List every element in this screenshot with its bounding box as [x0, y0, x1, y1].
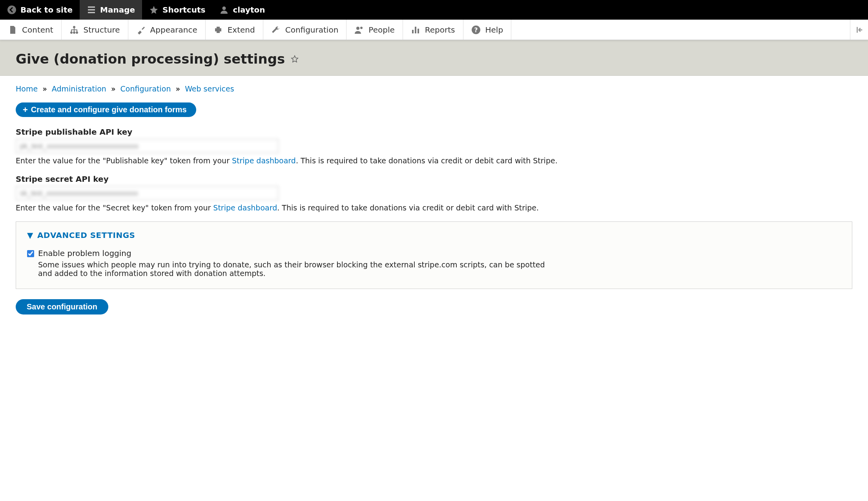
- secret-label: Stripe secret API key: [16, 174, 852, 184]
- pubkey-desc-post: . This is required to take donations via…: [296, 156, 558, 165]
- pubkey-description: Enter the value for the "Publishable key…: [16, 156, 852, 165]
- shortcuts-button[interactable]: Shortcuts: [142, 0, 212, 20]
- user-label: clayton: [233, 5, 265, 15]
- svg-point-2: [73, 26, 75, 28]
- paintbrush-icon: [136, 25, 146, 35]
- enable-logging-label[interactable]: Enable problem logging: [38, 249, 131, 258]
- admin-menu-content[interactable]: Content: [0, 20, 62, 40]
- stripe-dashboard-link[interactable]: Stripe dashboard: [232, 156, 296, 165]
- pubkey-input[interactable]: [16, 139, 279, 153]
- admin-menu-configuration[interactable]: Configuration: [263, 20, 347, 40]
- admin-menu-label: Content: [22, 25, 53, 35]
- svg-point-0: [7, 5, 16, 14]
- svg-rect-9: [415, 27, 416, 33]
- svg-point-6: [356, 27, 359, 30]
- triangle-down-icon: ▼: [27, 230, 33, 240]
- stripe-dashboard-link[interactable]: Stripe dashboard: [213, 203, 277, 212]
- secret-input[interactable]: [16, 186, 279, 200]
- manage-label: Manage: [100, 5, 135, 15]
- svg-text:?: ?: [474, 26, 478, 34]
- pubkey-field-wrapper: Stripe publishable API key Enter the val…: [16, 127, 852, 165]
- advanced-settings-summary[interactable]: ▼ ADVANCED SETTINGS: [27, 230, 841, 240]
- create-forms-button[interactable]: + Create and configure give donation for…: [16, 102, 196, 117]
- save-button[interactable]: Save configuration: [16, 299, 108, 314]
- people-icon: [354, 25, 364, 35]
- pubkey-desc-pre: Enter the value for the "Publishable key…: [16, 156, 232, 165]
- back-icon: [7, 5, 16, 15]
- admin-menu-label: Extend: [228, 25, 255, 35]
- save-label: Save configuration: [27, 302, 97, 311]
- svg-point-7: [360, 27, 363, 29]
- svg-point-1: [222, 7, 226, 10]
- hamburger-icon: [87, 5, 96, 15]
- help-icon: ?: [471, 25, 481, 35]
- admin-menu-people[interactable]: People: [346, 20, 403, 40]
- puzzle-icon: [213, 25, 223, 35]
- admin-menu-label: Structure: [84, 25, 120, 35]
- breadcrumb-link-config[interactable]: Configuration: [120, 84, 171, 93]
- svg-rect-10: [418, 29, 419, 33]
- secret-desc-post: . This is required to take donations via…: [277, 203, 539, 212]
- admin-menu-label: Help: [485, 25, 503, 35]
- enable-logging-description: Some issues which people may run into tr…: [38, 260, 548, 278]
- page-title: Give (donation processing) settings: [16, 51, 285, 67]
- plus-icon: +: [23, 106, 28, 114]
- admin-menu-structure[interactable]: Structure: [62, 20, 128, 40]
- admin-menu-label: People: [368, 25, 394, 35]
- admin-menu-appearance[interactable]: Appearance: [128, 20, 206, 40]
- collapse-icon: [855, 26, 864, 34]
- admin-menu-label: Configuration: [285, 25, 339, 35]
- create-forms-label: Create and configure give donation forms: [31, 105, 187, 114]
- wrench-icon: [271, 25, 281, 35]
- manage-button[interactable]: Manage: [80, 0, 142, 20]
- bar-chart-icon: [411, 25, 420, 35]
- breadcrumb-sep: »: [109, 84, 118, 93]
- back-label: Back to site: [20, 5, 73, 15]
- admin-menu: Content Structure Appearance Extend Conf…: [0, 20, 868, 40]
- toolbar: Back to site Manage Shortcuts clayton: [0, 0, 868, 20]
- shortcuts-label: Shortcuts: [162, 5, 205, 15]
- file-icon: [8, 25, 17, 35]
- enable-logging-checkbox[interactable]: [27, 250, 34, 257]
- user-icon: [219, 5, 229, 15]
- admin-menu-help[interactable]: ? Help: [463, 20, 512, 40]
- svg-point-5: [76, 31, 78, 34]
- breadcrumb-link-webservices[interactable]: Web services: [185, 84, 234, 93]
- admin-menu-extend[interactable]: Extend: [206, 20, 263, 40]
- star-outline-icon[interactable]: [290, 55, 299, 63]
- secret-desc-pre: Enter the value for the "Secret key" tok…: [16, 203, 213, 212]
- breadcrumb-sep: »: [40, 84, 49, 93]
- hierarchy-icon: [69, 25, 79, 35]
- breadcrumb-link-admin[interactable]: Administration: [52, 84, 106, 93]
- page-title-region: Give (donation processing) settings: [0, 40, 868, 76]
- admin-menu-reports[interactable]: Reports: [403, 20, 463, 40]
- breadcrumb-link-home[interactable]: Home: [16, 84, 38, 93]
- svg-rect-8: [412, 30, 414, 33]
- back-to-site-button[interactable]: Back to site: [0, 0, 80, 20]
- svg-point-3: [70, 31, 73, 34]
- content-region: Home » Administration » Configuration » …: [0, 76, 868, 330]
- advanced-settings-body: Enable problem logging Some issues which…: [27, 249, 841, 278]
- secret-field-wrapper: Stripe secret API key Enter the value fo…: [16, 174, 852, 212]
- secret-description: Enter the value for the "Secret key" tok…: [16, 203, 852, 212]
- star-icon: [149, 5, 159, 15]
- admin-menu-label: Reports: [425, 25, 455, 35]
- collapse-toolbar-button[interactable]: [850, 20, 868, 40]
- user-button[interactable]: clayton: [212, 0, 272, 20]
- breadcrumb: Home » Administration » Configuration » …: [16, 84, 852, 93]
- pubkey-label: Stripe publishable API key: [16, 127, 852, 137]
- breadcrumb-sep: »: [173, 84, 182, 93]
- admin-menu-label: Appearance: [150, 25, 197, 35]
- svg-point-4: [73, 31, 75, 34]
- advanced-settings-title: ADVANCED SETTINGS: [37, 230, 135, 240]
- advanced-settings-fieldset: ▼ ADVANCED SETTINGS Enable problem loggi…: [16, 221, 852, 289]
